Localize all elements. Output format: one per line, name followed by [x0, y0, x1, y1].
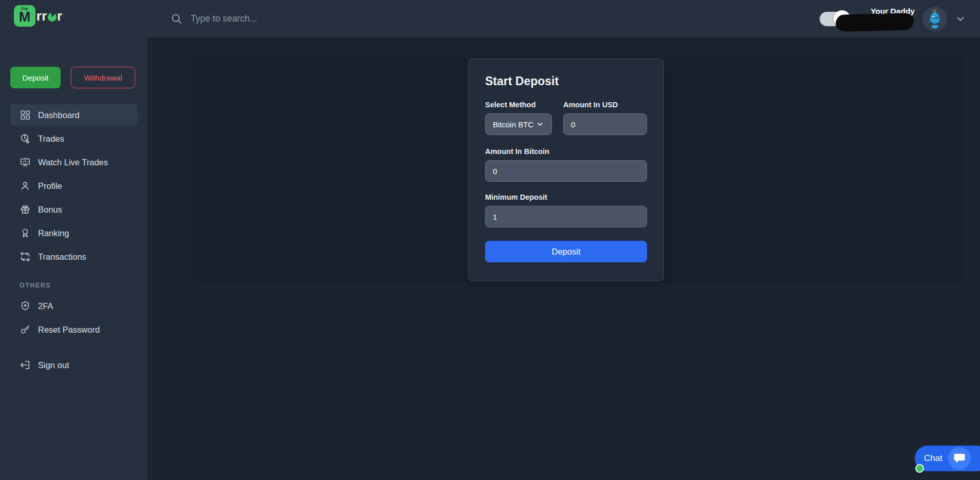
sidebar-item-reset-password[interactable]: Reset Password: [10, 319, 137, 340]
brand-logo[interactable]: Exp M irr r: [14, 5, 63, 27]
search-input[interactable]: [191, 13, 360, 24]
chevron-down-icon[interactable]: [955, 13, 966, 25]
top-navbar: Your Daddy: [147, 0, 980, 37]
method-select-value: Bitcoin BTC: [493, 120, 533, 129]
sidebar-item-label: Watch Live Trades: [38, 158, 108, 167]
sidebar-item-ranking[interactable]: Ranking: [10, 222, 137, 244]
min-deposit-label: Minimum Deposit: [485, 193, 647, 201]
min-deposit-input[interactable]: [485, 206, 647, 227]
sidebar-item-bonus[interactable]: Bonus: [10, 199, 137, 220]
exchange-arrows-icon: [20, 251, 31, 262]
redaction-scribble: [836, 13, 914, 32]
avatar-character-icon: [922, 7, 947, 31]
donut-chart-icon: [20, 133, 31, 144]
sidebar-item-label: Transactions: [38, 252, 86, 262]
sign-out-icon: [20, 359, 31, 371]
sidebar-item-2fa[interactable]: 2FA: [10, 295, 137, 317]
usd-amount-input[interactable]: [563, 113, 647, 135]
sidebar-nav: Dashboard Trades Watch Live Trades Profi…: [0, 104, 147, 270]
sidebar-item-label: Profile: [38, 181, 62, 191]
sidebar-item-label: Sign out: [38, 360, 69, 370]
sidebar-item-dashboard[interactable]: Dashboard: [10, 104, 137, 126]
pie-chart-o-icon: [48, 13, 57, 22]
deposit-button[interactable]: Deposit: [10, 67, 61, 88]
shield-plus-icon: [20, 300, 31, 312]
chat-label: Chat: [924, 453, 942, 464]
online-status-dot: [915, 464, 924, 473]
sidebar-item-watch-live-trades[interactable]: Watch Live Trades: [10, 151, 137, 173]
start-deposit-card: Start Deposit Select Method Bitcoin BTC …: [468, 59, 664, 281]
search-bar: [171, 0, 360, 37]
search-icon: [171, 13, 182, 25]
sidebar-item-label: 2FA: [38, 301, 53, 311]
chat-bubble-circle: [948, 447, 971, 470]
logo-tag: Exp: [22, 7, 28, 10]
deposit-submit-button[interactable]: Deposit: [485, 241, 647, 262]
chat-widget-button[interactable]: Chat: [915, 446, 980, 471]
sidebar-item-label: Ranking: [38, 228, 69, 238]
sidebar-others-nav: 2FA Reset Password: [0, 295, 147, 342]
sidebar-item-label: Dashboard: [38, 110, 80, 120]
sidebar: Exp M irr r Deposit Withdrawal Dashboard: [0, 0, 147, 480]
sidebar-item-label: Reset Password: [38, 325, 100, 335]
sidebar-item-label: Bonus: [38, 205, 62, 215]
user-block: Your Daddy: [857, 0, 915, 37]
logo-m-badge: Exp M: [14, 5, 35, 27]
sidebar-item-transactions[interactable]: Transactions: [10, 246, 137, 267]
app-window: Exp M irr r Deposit Withdrawal Dashboard: [0, 0, 980, 480]
logo-text-2: r: [57, 8, 63, 24]
sidebar-item-profile[interactable]: Profile: [10, 175, 137, 197]
btc-amount-input[interactable]: [485, 160, 647, 182]
key-icon: [20, 324, 31, 335]
chat-bubble-icon: [953, 452, 966, 465]
usd-label: Amount In USD: [563, 101, 647, 109]
medal-icon: [20, 227, 31, 239]
gift-icon: [20, 204, 31, 215]
user-avatar[interactable]: [922, 7, 947, 31]
btc-label: Amount In Bitcoin: [485, 147, 647, 156]
select-chevron-icon: [536, 120, 544, 128]
sidebar-signout-nav: Sign out: [0, 354, 147, 378]
sidebar-item-label: Trades: [38, 134, 64, 144]
main-content: Start Deposit Select Method Bitcoin BTC …: [147, 37, 980, 480]
presentation-board-icon: [20, 157, 31, 168]
method-label: Select Method: [485, 101, 552, 109]
withdrawal-button[interactable]: Withdrawal: [71, 67, 135, 88]
logo-letter: M: [19, 10, 31, 24]
logo-wordmark: irr r: [32, 8, 63, 24]
method-select[interactable]: Bitcoin BTC: [485, 113, 552, 135]
sidebar-item-trades[interactable]: Trades: [10, 128, 137, 149]
sidebar-item-sign-out[interactable]: Sign out: [10, 354, 137, 376]
grid-icon: [20, 109, 31, 121]
card-title: Start Deposit: [485, 74, 647, 88]
topbar-right-controls: Your Daddy: [820, 0, 980, 37]
others-section-label: OTHERS: [20, 282, 51, 289]
user-icon: [20, 180, 31, 191]
